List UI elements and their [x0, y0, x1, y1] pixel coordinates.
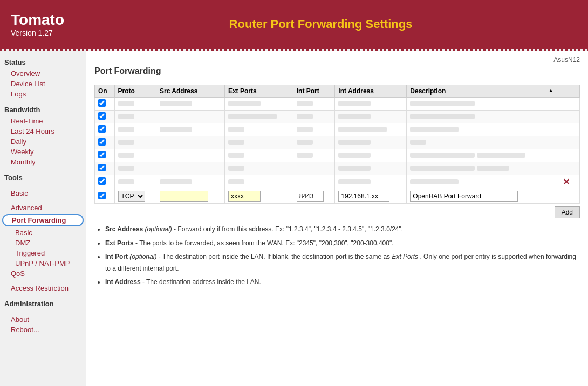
blurred-desc2 [477, 166, 509, 171]
help-term-int: Int Port [105, 253, 128, 260]
help-ext-ports: Ext Ports - The ports to be forwarded, a… [105, 238, 580, 250]
sidebar-item-device-list[interactable]: Device List [0, 79, 86, 89]
sidebar-item-access-restriction[interactable]: Access Restriction [0, 283, 86, 293]
section-title: Port Forwarding [94, 66, 580, 79]
blurred-ext [228, 166, 244, 171]
help-int-port: Int Port (optional) - The destination po… [105, 251, 580, 274]
brand-name: Tomato [11, 11, 64, 29]
row-checkbox[interactable] [98, 138, 106, 146]
blurred-proto [118, 153, 134, 158]
sidebar-item-realtime[interactable]: Real-Time [0, 116, 86, 126]
table-row [95, 111, 580, 123]
sidebar-item-reboot[interactable]: Reboot... [0, 325, 86, 335]
blurred-proto [118, 101, 134, 106]
add-row-container: Add [94, 206, 580, 218]
int-port-input[interactable] [297, 191, 324, 202]
blurred-addr [338, 166, 371, 171]
blurred-desc [410, 179, 459, 184]
col-actions [557, 85, 580, 98]
blurred-desc [410, 153, 475, 158]
blurred-ext [228, 153, 244, 158]
help-text-intaddr: - The destination address inside the LAN… [142, 278, 261, 286]
sidebar-item-logs[interactable]: Logs [0, 89, 86, 99]
sidebar-item-monthly[interactable]: Monthly [0, 157, 86, 167]
sidebar-item-overview[interactable]: Overview [0, 68, 86, 79]
sidebar-item-daily[interactable]: Daily [0, 136, 86, 147]
sidebar-item-pf-upnp[interactable]: UPnP / NAT-PMP [0, 258, 86, 268]
blurred-int [297, 127, 313, 132]
blurred-int [297, 101, 313, 106]
sidebar-section-bandwidth: Bandwidth [0, 104, 86, 116]
sidebar-item-about[interactable]: About [0, 314, 86, 325]
sidebar: Status Overview Device List Logs Bandwid… [0, 51, 86, 386]
help-term-intaddr: Int Address [105, 278, 141, 286]
row-checkbox[interactable] [98, 112, 106, 120]
src-address-input[interactable] [160, 191, 208, 202]
blurred-desc2 [477, 153, 525, 158]
sidebar-item-weekly[interactable]: Weekly [0, 147, 86, 157]
row-checkbox[interactable] [98, 125, 106, 133]
sidebar-item-qos[interactable]: QoS [0, 268, 86, 279]
sidebar-item-advanced[interactable]: Advanced [0, 203, 86, 213]
blurred-ext [228, 114, 277, 119]
sidebar-item-basic[interactable]: Basic [0, 188, 86, 198]
sidebar-section-tools: Tools [0, 171, 86, 184]
table-row [95, 149, 580, 162]
blurred-proto [118, 166, 134, 171]
help-term-src: Src Address [105, 225, 143, 233]
blurred-addr [338, 127, 387, 132]
row-checkbox[interactable] [98, 151, 106, 158]
blurred-desc [410, 114, 475, 119]
col-int-port: Int Port [293, 85, 335, 98]
help-text-ext: - The ports to be forwarded, as seen fro… [135, 239, 394, 247]
int-address-input[interactable] [338, 191, 389, 202]
row-checkbox[interactable] [98, 99, 106, 107]
blurred-ext [228, 140, 244, 145]
ext-ports-input[interactable] [228, 191, 261, 202]
row-checkbox[interactable] [98, 164, 106, 171]
help-text-src: - Forward only if from this address. Ex:… [174, 225, 403, 233]
help-text-int: - The destination port inside the LAN. I… [159, 253, 392, 260]
blurred-proto [118, 127, 134, 132]
col-proto: Proto [114, 85, 156, 98]
blurred-int [297, 114, 313, 119]
description-input[interactable] [410, 191, 518, 202]
add-button[interactable]: Add [555, 206, 580, 218]
sidebar-item-pf-triggered[interactable]: Triggered [0, 248, 86, 258]
table-row [95, 136, 580, 149]
blurred-int [297, 153, 313, 158]
blurred-ext [228, 127, 244, 132]
table-row: ✕ [95, 175, 580, 189]
port-forwarding-table: On Proto Src Address Ext Ports Int Port … [94, 85, 580, 204]
blurred-int [297, 140, 313, 145]
blurred-src [160, 179, 192, 184]
blurred-desc [410, 127, 459, 132]
blurred-desc [410, 140, 426, 145]
delete-row-button[interactable]: ✕ [560, 177, 572, 187]
sidebar-item-pf-dmz[interactable]: DMZ [0, 238, 86, 248]
sidebar-item-last24[interactable]: Last 24 Hours [0, 126, 86, 136]
sidebar-section-administration: Administration [0, 298, 86, 310]
sidebar-item-pf-basic[interactable]: Basic [0, 228, 86, 238]
page-header-title: Router Port Forwarding Settings [64, 17, 577, 31]
sidebar-item-port-forwarding[interactable]: Port Forwarding [2, 214, 84, 226]
blurred-proto [118, 179, 134, 184]
new-row-checkbox[interactable] [98, 192, 106, 199]
content-area: AsusN12 Port Forwarding On Proto Src Add… [86, 51, 588, 386]
app-header: Tomato Version 1.27 Router Port Forwardi… [0, 0, 588, 49]
blurred-desc [410, 101, 475, 106]
col-description: Description ▲ [407, 85, 557, 98]
blurred-addr [338, 153, 371, 158]
brand-version: Version 1.27 [11, 29, 64, 37]
table-row [95, 123, 580, 136]
proto-select[interactable]: TCP UDP Both [118, 191, 145, 202]
col-ext-ports: Ext Ports [224, 85, 293, 98]
table-row [95, 98, 580, 111]
sort-icon: ▲ [548, 87, 553, 93]
blurred-addr [338, 101, 371, 106]
row-checkbox[interactable] [98, 177, 106, 185]
help-src-address: Src Address (optional) - Forward only if… [105, 224, 580, 236]
help-term-ext: Ext Ports [105, 239, 134, 247]
col-int-address: Int Address [335, 85, 407, 98]
col-on: On [95, 85, 115, 98]
